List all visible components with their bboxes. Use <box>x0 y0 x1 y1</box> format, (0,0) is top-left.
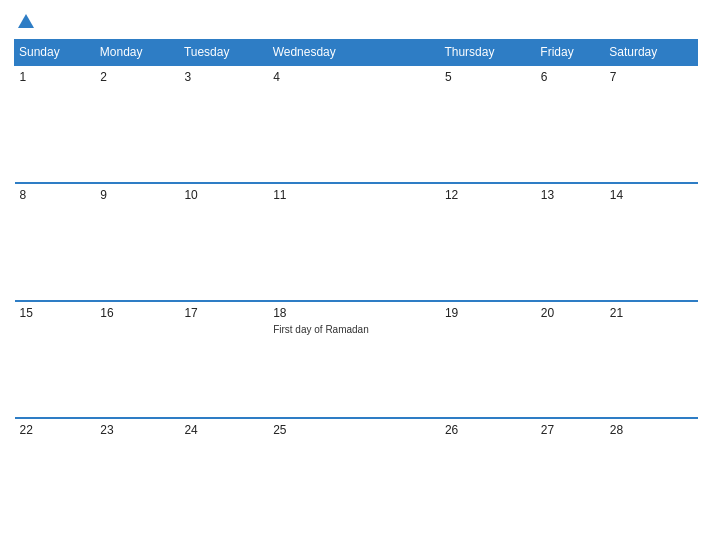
calendar-day-cell: 6 <box>536 65 605 183</box>
day-number: 21 <box>610 306 693 320</box>
calendar-day-cell: 2 <box>95 65 179 183</box>
calendar-day-cell: 22 <box>15 418 96 536</box>
day-number: 20 <box>541 306 600 320</box>
calendar-day-cell: 18First day of Ramadan <box>268 301 440 419</box>
logo-triangle-icon <box>18 14 34 28</box>
calendar-day-cell: 20 <box>536 301 605 419</box>
calendar-day-cell: 7 <box>605 65 698 183</box>
day-number: 28 <box>610 423 693 437</box>
day-number: 25 <box>273 423 435 437</box>
calendar-day-cell: 10 <box>179 183 268 301</box>
calendar-day-cell: 21 <box>605 301 698 419</box>
calendar-week-row: 1234567 <box>15 65 698 183</box>
calendar-day-cell: 26 <box>440 418 536 536</box>
weekday-header-monday: Monday <box>95 40 179 66</box>
calendar-week-row: 891011121314 <box>15 183 698 301</box>
calendar-day-cell: 23 <box>95 418 179 536</box>
calendar-day-cell: 14 <box>605 183 698 301</box>
calendar-header <box>14 10 698 33</box>
day-number: 5 <box>445 70 531 84</box>
weekday-header-sunday: Sunday <box>15 40 96 66</box>
day-number: 4 <box>273 70 435 84</box>
calendar-day-cell: 1 <box>15 65 96 183</box>
event-label: First day of Ramadan <box>273 324 369 335</box>
day-number: 19 <box>445 306 531 320</box>
calendar-day-cell: 3 <box>179 65 268 183</box>
calendar-day-cell: 25 <box>268 418 440 536</box>
day-number: 22 <box>20 423 91 437</box>
day-number: 16 <box>100 306 174 320</box>
day-number: 7 <box>610 70 693 84</box>
weekday-header-saturday: Saturday <box>605 40 698 66</box>
weekday-header-friday: Friday <box>536 40 605 66</box>
day-number: 6 <box>541 70 600 84</box>
day-number: 18 <box>273 306 435 320</box>
day-number: 12 <box>445 188 531 202</box>
day-number: 24 <box>184 423 263 437</box>
calendar-day-cell: 16 <box>95 301 179 419</box>
calendar-day-cell: 11 <box>268 183 440 301</box>
calendar-body: 123456789101112131415161718First day of … <box>15 65 698 536</box>
day-number: 1 <box>20 70 91 84</box>
day-number: 23 <box>100 423 174 437</box>
calendar-day-cell: 28 <box>605 418 698 536</box>
calendar-day-cell: 12 <box>440 183 536 301</box>
calendar-day-cell: 13 <box>536 183 605 301</box>
calendar-day-cell: 19 <box>440 301 536 419</box>
day-number: 17 <box>184 306 263 320</box>
day-number: 15 <box>20 306 91 320</box>
calendar-table: SundayMondayTuesdayWednesdayThursdayFrid… <box>14 39 698 536</box>
day-number: 27 <box>541 423 600 437</box>
day-number: 10 <box>184 188 263 202</box>
calendar-header-row: SundayMondayTuesdayWednesdayThursdayFrid… <box>15 40 698 66</box>
calendar-day-cell: 27 <box>536 418 605 536</box>
calendar-day-cell: 15 <box>15 301 96 419</box>
logo <box>14 14 34 29</box>
day-number: 14 <box>610 188 693 202</box>
calendar-day-cell: 4 <box>268 65 440 183</box>
calendar-day-cell: 9 <box>95 183 179 301</box>
day-number: 26 <box>445 423 531 437</box>
calendar-day-cell: 8 <box>15 183 96 301</box>
calendar-week-row: 22232425262728 <box>15 418 698 536</box>
day-number: 3 <box>184 70 263 84</box>
weekday-header-thursday: Thursday <box>440 40 536 66</box>
day-number: 9 <box>100 188 174 202</box>
weekday-header-tuesday: Tuesday <box>179 40 268 66</box>
day-number: 11 <box>273 188 435 202</box>
weekday-header-wednesday: Wednesday <box>268 40 440 66</box>
day-number: 8 <box>20 188 91 202</box>
calendar-day-cell: 5 <box>440 65 536 183</box>
day-number: 13 <box>541 188 600 202</box>
calendar-day-cell: 24 <box>179 418 268 536</box>
day-number: 2 <box>100 70 174 84</box>
calendar-day-cell: 17 <box>179 301 268 419</box>
calendar-week-row: 15161718First day of Ramadan192021 <box>15 301 698 419</box>
